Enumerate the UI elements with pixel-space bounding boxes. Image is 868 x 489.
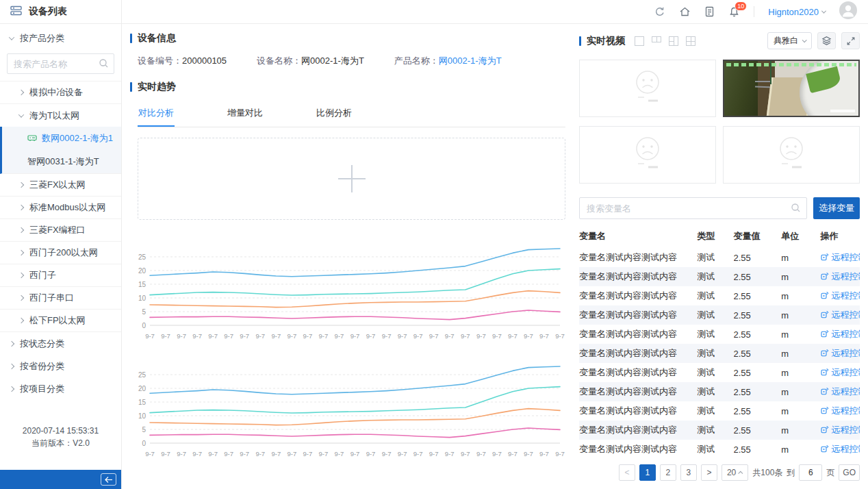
theme-select[interactable]: 典雅白 (767, 32, 812, 49)
sidebar-item-5[interactable]: 三菱FX以太网 (0, 174, 121, 197)
section-accent-bar (130, 82, 132, 92)
variable-search-input[interactable] (579, 197, 807, 219)
tab-0[interactable]: 对比分析 (138, 100, 175, 127)
cell-variable-name: 变量名测试内容测试内容 (579, 325, 697, 344)
svg-text:9-7: 9-7 (240, 450, 249, 457)
remote-control-link[interactable]: 远程控制 (821, 347, 860, 360)
pagination-next-button[interactable]: > (701, 464, 717, 481)
remote-control-link[interactable]: 远程控制 (821, 424, 860, 436)
layers-button[interactable] (817, 32, 836, 49)
sidebar-item-10[interactable]: 西门子串口 (0, 287, 121, 310)
document-icon[interactable] (704, 6, 715, 17)
sidebar-item-0[interactable]: 按产品分类 (0, 27, 121, 49)
svg-text:9-7: 9-7 (539, 450, 549, 457)
sidebar-item-11[interactable]: 松下FP以太网 (0, 310, 121, 332)
video-slot-3-empty[interactable] (579, 126, 716, 184)
chevron-right-icon (18, 250, 24, 255)
remote-control-link[interactable]: 远程控制 (821, 443, 860, 455)
sidebar-device-item[interactable]: 智网0031-1-海为T (2, 150, 121, 173)
sidebar-item-12[interactable]: 按状态分类 (0, 332, 121, 355)
pagination-prev-button[interactable]: < (619, 464, 635, 481)
tab-1[interactable]: 增量对比 (227, 100, 264, 127)
sidebar-item-6[interactable]: 标准Modbus以太网 (0, 197, 121, 219)
video-slot-2-camera-feed[interactable] (723, 60, 860, 117)
sidebar-item-7[interactable]: 三菱FX编程口 (0, 219, 121, 242)
add-variable-dropzone[interactable] (138, 138, 565, 220)
tab-2[interactable]: 比例分析 (316, 100, 353, 127)
svg-text:9-7: 9-7 (271, 332, 281, 340)
no-video-placeholder-icon (628, 136, 667, 174)
table-row: 变量名测试内容测试内容测试2.55m远程控制 (579, 305, 860, 325)
remote-control-link[interactable]: 远程控制 (821, 366, 860, 379)
chevron-right-icon (9, 363, 14, 368)
trend-section-title: 实时趋势 (130, 81, 565, 93)
video-slot-4-empty[interactable] (723, 126, 860, 184)
video-grid (579, 60, 860, 184)
avatar[interactable] (839, 1, 857, 22)
sidebar-item-label: 标准Modbus以太网 (29, 201, 105, 214)
remote-control-link[interactable]: 远程控制 (821, 386, 860, 398)
remote-control-label: 远程控制 (832, 405, 860, 417)
cell-type: 测试 (697, 248, 733, 267)
svg-text:9-7: 9-7 (524, 450, 533, 457)
product-search (7, 53, 114, 74)
sidebar-collapse-button[interactable] (101, 473, 116, 486)
pagination-page-2[interactable]: 2 (660, 464, 676, 481)
product-name-link[interactable]: 网0002-1-海为T (439, 55, 502, 66)
pagination-page-1[interactable]: 1 (639, 464, 656, 481)
page-size-select[interactable]: 20 (722, 464, 748, 481)
remote-control-icon (821, 349, 829, 359)
video-slot-1-empty[interactable] (579, 60, 716, 117)
sidebar-item-1[interactable]: 模拟中冶设备 (0, 82, 121, 104)
pagination-goto-input[interactable] (799, 464, 822, 481)
pagination-go-button[interactable]: GO (839, 464, 860, 481)
svg-text:9-7: 9-7 (382, 450, 392, 457)
cell-action: 远程控制 (821, 325, 860, 344)
video-title: 实时视频 (587, 35, 625, 47)
remote-control-link[interactable]: 远程控制 (821, 290, 860, 302)
remote-control-link[interactable]: 远程控制 (821, 405, 860, 417)
cell-type: 测试 (697, 363, 733, 382)
sidebar-device-selected[interactable]: 数网0002-1-海为1 (2, 127, 121, 150)
sidebar-item-label: 西门子串口 (29, 292, 74, 304)
cell-variable-name: 变量名测试内容测试内容 (579, 421, 697, 440)
fullscreen-button[interactable] (841, 32, 860, 49)
cell-type: 测试 (697, 267, 733, 286)
svg-text:9-7: 9-7 (461, 332, 470, 340)
cell-variable-name: 变量名测试内容测试内容 (579, 267, 697, 286)
remote-control-link[interactable]: 远程控制 (821, 309, 860, 321)
device-info-field-0: 设备编号：200000105 (138, 55, 227, 67)
series-blue (150, 249, 560, 277)
remote-control-icon (821, 425, 829, 436)
layout-three-split-icon[interactable] (669, 36, 678, 46)
svg-text:10: 10 (138, 412, 146, 420)
notification-badge: 10 (735, 1, 747, 11)
pagination-total: 共100条 (752, 467, 782, 479)
cell-unit: m (781, 286, 820, 305)
cell-unit: m (781, 305, 820, 325)
cell-unit: m (781, 344, 820, 363)
layout-four-grid-icon[interactable] (686, 36, 695, 46)
layout-two-split-icon[interactable] (652, 36, 661, 42)
remote-control-link[interactable]: 远程控制 (821, 271, 860, 283)
refresh-icon[interactable] (654, 6, 665, 17)
sidebar-item-14[interactable]: 按项目分类 (0, 377, 121, 400)
remote-control-link[interactable]: 远程控制 (821, 251, 860, 264)
sidebar-item-13[interactable]: 按省份分类 (0, 355, 121, 377)
layout-single-icon[interactable] (635, 36, 644, 46)
remote-control-icon (821, 253, 829, 263)
user-menu[interactable]: Hignton2020 (768, 7, 826, 17)
svg-text:15: 15 (138, 399, 146, 406)
sidebar-item-9[interactable]: 西门子 (0, 264, 121, 287)
cell-unit: m (781, 267, 820, 286)
home-icon[interactable] (679, 6, 691, 17)
svg-text:9-7: 9-7 (413, 450, 423, 457)
notification-bell-icon[interactable]: 10 (728, 6, 740, 18)
sidebar-item-8[interactable]: 西门子200以太网 (0, 242, 121, 264)
remote-control-link[interactable]: 远程控制 (821, 328, 860, 340)
select-variable-button[interactable]: 选择变量 (813, 197, 860, 219)
sidebar-item-2[interactable]: 海为T以太网 (0, 104, 121, 127)
trend-tabs: 对比分析增量对比比例分析 (138, 100, 565, 127)
sidebar-footer-info: 2020-07-14 15:53:31 当前版本：V2.0 (0, 425, 121, 470)
pagination-page-3[interactable]: 3 (680, 464, 697, 481)
